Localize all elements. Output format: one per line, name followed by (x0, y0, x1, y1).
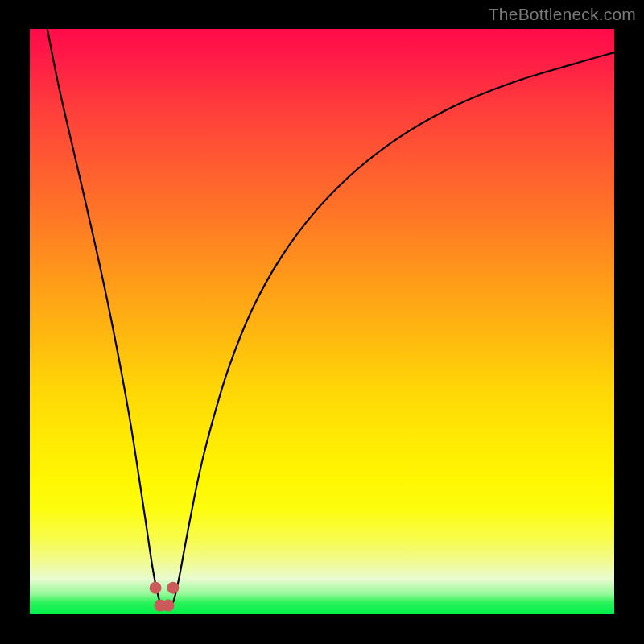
bottleneck-curve (47, 29, 614, 609)
min-marker (167, 582, 179, 594)
watermark-label: TheBottleneck.com (489, 5, 636, 24)
min-marker (150, 582, 162, 594)
chart-frame: TheBottleneck.com (0, 0, 644, 644)
plot-area (30, 29, 614, 614)
min-marker (163, 600, 175, 612)
curve-layer (30, 29, 614, 614)
